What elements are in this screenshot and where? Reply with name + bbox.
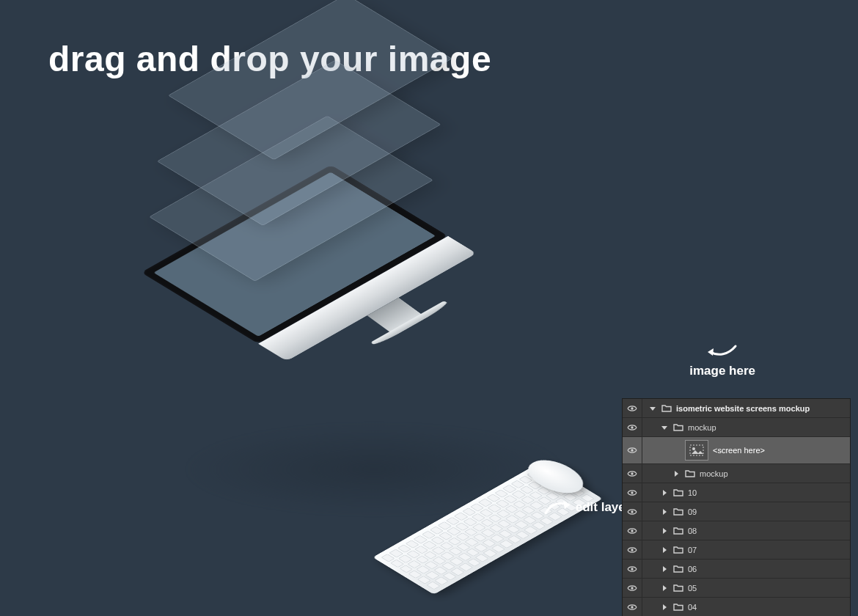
layer-name[interactable]: 04 <box>688 603 697 612</box>
visibility-toggle[interactable] <box>623 437 642 463</box>
layer-row[interactable]: 09 <box>623 502 850 521</box>
disclosure-toggle[interactable] <box>660 509 669 515</box>
layer-name[interactable]: 06 <box>688 565 697 573</box>
layer-row[interactable]: 10 <box>623 483 850 502</box>
disclosure-toggle[interactable] <box>660 585 669 591</box>
layer-row[interactable]: isometric website screens mockup <box>623 399 850 417</box>
disclosure-toggle[interactable] <box>672 471 681 477</box>
disclosure-toggle[interactable] <box>660 490 669 496</box>
svg-point-9 <box>631 529 633 532</box>
disclosure-toggle[interactable] <box>660 528 669 534</box>
svg-point-6 <box>631 472 633 474</box>
svg-point-5 <box>692 447 695 450</box>
layer-name[interactable]: 10 <box>688 488 697 497</box>
visibility-toggle[interactable] <box>623 483 642 502</box>
visibility-toggle[interactable] <box>623 579 642 597</box>
layer-name[interactable]: mockup <box>700 469 728 478</box>
svg-point-1 <box>631 426 633 428</box>
visibility-toggle[interactable] <box>623 399 642 417</box>
imac-device <box>141 165 504 378</box>
layer-row[interactable]: 07 <box>623 540 850 559</box>
visibility-toggle[interactable] <box>623 418 642 436</box>
layer-thumbnail[interactable] <box>685 440 708 461</box>
layer-row[interactable]: mockup <box>623 463 850 483</box>
layer-row[interactable]: 08 <box>623 521 850 540</box>
disclosure-toggle[interactable] <box>660 566 669 572</box>
layer-name[interactable]: <screen here> <box>713 446 765 455</box>
svg-point-11 <box>631 568 633 570</box>
callout-label: image here <box>689 364 755 378</box>
callout-image-here: image here <box>689 342 755 378</box>
visibility-toggle[interactable] <box>623 521 642 540</box>
disclosure-toggle[interactable] <box>660 547 669 553</box>
svg-point-13 <box>631 606 633 608</box>
visibility-toggle[interactable] <box>623 464 642 483</box>
layers-panel[interactable]: isometric website screens mockupmockup<s… <box>622 398 851 616</box>
layer-name[interactable]: 05 <box>688 584 697 593</box>
svg-rect-3 <box>689 444 705 457</box>
layer-name[interactable]: 08 <box>688 527 697 535</box>
svg-point-7 <box>631 491 633 494</box>
visibility-toggle[interactable] <box>623 540 642 559</box>
svg-point-0 <box>631 407 633 409</box>
svg-point-8 <box>631 510 633 513</box>
layer-name[interactable]: 09 <box>688 507 697 516</box>
visibility-toggle[interactable] <box>623 502 642 521</box>
layer-name[interactable]: isometric website screens mockup <box>676 404 810 413</box>
disclosure-toggle[interactable] <box>660 604 669 610</box>
layer-row[interactable]: mockup <box>623 417 850 436</box>
arrow-right-curve-icon <box>543 499 572 516</box>
layer-name[interactable]: mockup <box>688 423 716 432</box>
svg-point-10 <box>631 549 633 551</box>
layer-row[interactable]: <screen here> <box>623 436 850 463</box>
layer-row[interactable]: 05 <box>623 578 850 597</box>
visibility-toggle[interactable] <box>623 598 642 616</box>
arrow-left-curve-icon <box>706 342 738 359</box>
layer-name[interactable]: 07 <box>688 546 697 554</box>
isometric-mockup-render <box>139 110 653 565</box>
visibility-toggle[interactable] <box>623 560 642 578</box>
svg-point-12 <box>631 587 633 589</box>
svg-point-2 <box>631 449 633 451</box>
disclosure-toggle[interactable] <box>660 425 669 430</box>
layer-row[interactable]: 04 <box>623 597 850 616</box>
disclosure-toggle[interactable] <box>648 406 657 411</box>
layer-row[interactable]: 06 <box>623 559 850 578</box>
